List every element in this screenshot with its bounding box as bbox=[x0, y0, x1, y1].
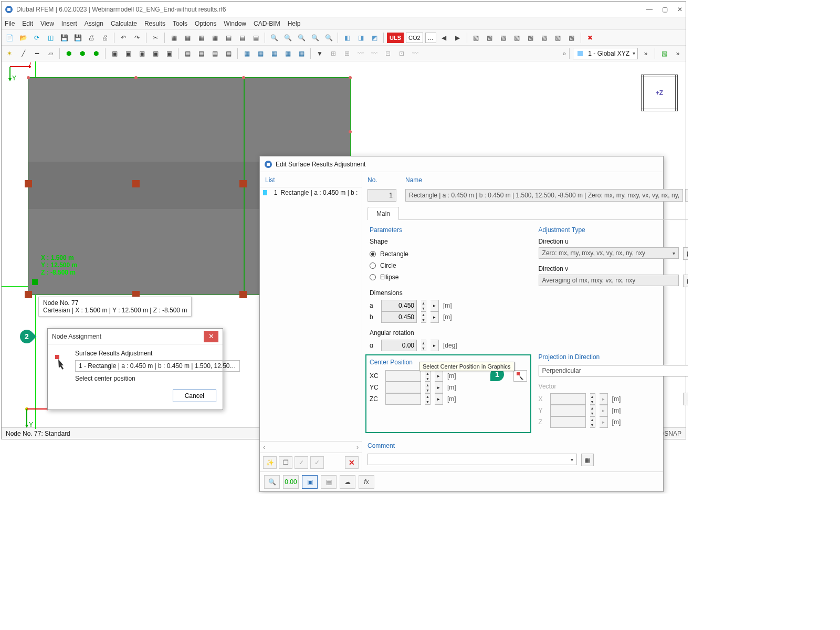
node-dot[interactable] bbox=[134, 76, 138, 79]
b-spinner[interactable]: ▲▼ bbox=[421, 311, 426, 323]
t211-icon[interactable]: ▤ bbox=[209, 48, 220, 59]
alpha-input[interactable] bbox=[381, 340, 417, 351]
t221-icon[interactable]: 〰 bbox=[369, 48, 380, 59]
close-button[interactable]: ✕ bbox=[677, 6, 682, 13]
pick-center-button[interactable] bbox=[513, 370, 527, 382]
b-input[interactable] bbox=[381, 311, 417, 323]
nav-cube[interactable]: +Z bbox=[641, 75, 678, 111]
t220-icon[interactable]: 〰 bbox=[355, 48, 366, 59]
menu-insert[interactable]: Insert bbox=[61, 20, 77, 27]
dir-v-edit[interactable]: ▦ bbox=[683, 275, 688, 287]
yc-spinner[interactable]: ▲▼ bbox=[425, 382, 430, 393]
open-icon[interactable]: 📂 bbox=[17, 32, 29, 44]
res1-icon[interactable]: ▧ bbox=[470, 32, 482, 44]
t28-icon[interactable]: ▣ bbox=[163, 48, 175, 59]
cancel-button[interactable]: Cancel bbox=[173, 390, 216, 402]
res6-icon[interactable]: ▧ bbox=[539, 32, 550, 44]
bb-view2-icon[interactable]: ▤ bbox=[321, 475, 337, 489]
t219-icon[interactable]: ⊞ bbox=[341, 48, 353, 59]
xc-spinner[interactable]: ▲▼ bbox=[425, 370, 430, 382]
node-dot[interactable] bbox=[242, 76, 245, 79]
menu-help[interactable]: Help bbox=[288, 20, 301, 27]
res3-icon[interactable]: ▧ bbox=[498, 32, 509, 44]
t212-icon[interactable]: ▤ bbox=[223, 48, 234, 59]
surf-icon[interactable]: ▱ bbox=[45, 48, 56, 59]
support-mark[interactable] bbox=[239, 291, 247, 298]
res4-icon[interactable]: ▧ bbox=[511, 32, 523, 44]
list-item[interactable]: 1 Rectangle | a : 0.450 m | b : 0.450 m bbox=[260, 187, 362, 198]
render-icon[interactable]: ▧ bbox=[658, 48, 670, 59]
orbit-icon[interactable]: 🔍 bbox=[323, 32, 334, 44]
t26-icon[interactable]: ▣ bbox=[136, 48, 148, 59]
res7-icon[interactable]: ▧ bbox=[552, 32, 564, 44]
comment-select[interactable]: ▾ bbox=[368, 454, 577, 465]
cancel-icon[interactable]: ✖ bbox=[584, 32, 596, 44]
grid1-icon[interactable]: ▦ bbox=[168, 32, 180, 44]
list-check2-button[interactable]: ✓ bbox=[310, 456, 324, 469]
a-spinner[interactable]: ▲▼ bbox=[421, 300, 426, 311]
t23-icon[interactable]: ⬢ bbox=[90, 48, 102, 59]
t223-icon[interactable]: ⊡ bbox=[396, 48, 407, 59]
res8-icon[interactable]: ▧ bbox=[566, 32, 578, 44]
t29-icon[interactable]: ▤ bbox=[182, 48, 193, 59]
dir-u-edit[interactable]: ▦ bbox=[683, 247, 688, 260]
yc-input[interactable] bbox=[385, 382, 421, 393]
t218-icon[interactable]: ⊞ bbox=[328, 48, 339, 59]
menu-file[interactable]: File bbox=[5, 20, 15, 27]
list-delete-button[interactable]: ✕ bbox=[345, 456, 359, 469]
t27-icon[interactable]: ▣ bbox=[150, 48, 161, 59]
nav-prev-icon[interactable]: ◀ bbox=[438, 32, 450, 44]
name-edit-button[interactable]: ✎ bbox=[685, 189, 688, 202]
node-icon[interactable]: ✶ bbox=[4, 48, 15, 59]
node-dot[interactable] bbox=[349, 76, 352, 79]
menu-cadbim[interactable]: CAD-BIM bbox=[254, 20, 280, 27]
t224-icon[interactable]: 〰 bbox=[410, 48, 421, 59]
save-icon[interactable]: 💾 bbox=[58, 32, 70, 44]
zoom-icon[interactable]: 🔍 bbox=[268, 32, 280, 44]
grid4-icon[interactable]: ▦ bbox=[209, 32, 220, 44]
co2-chip[interactable]: CO2 bbox=[406, 33, 423, 43]
alpha-spinner[interactable]: ▲▼ bbox=[421, 340, 426, 351]
view3-icon[interactable]: ◩ bbox=[369, 32, 380, 44]
grid3-icon[interactable]: ▦ bbox=[195, 32, 207, 44]
a-picker[interactable]: ▸ bbox=[430, 300, 439, 311]
a-input[interactable] bbox=[381, 300, 417, 311]
calc2-icon[interactable]: ▤ bbox=[236, 32, 248, 44]
calc3-icon[interactable]: ▤ bbox=[250, 32, 261, 44]
node-dot[interactable] bbox=[349, 130, 352, 133]
adjustment-select[interactable]: 1 - Rectangle | a : 0.450 m | b : 0.450 … bbox=[75, 360, 240, 372]
menu-assign[interactable]: Assign bbox=[85, 20, 103, 27]
zc-input[interactable] bbox=[385, 393, 421, 405]
t24-icon[interactable]: ▣ bbox=[109, 48, 120, 59]
alpha-picker[interactable]: ▸ bbox=[430, 340, 439, 351]
proj-select[interactable]: Perpendicular▾ bbox=[539, 365, 688, 376]
xc-input[interactable] bbox=[385, 370, 421, 382]
overflow3-icon[interactable]: » bbox=[672, 48, 684, 59]
undo-icon[interactable]: ↶ bbox=[118, 32, 129, 44]
support-mark[interactable] bbox=[132, 180, 140, 187]
uls-chip[interactable]: ULS bbox=[387, 33, 404, 43]
t21-icon[interactable]: ⬢ bbox=[63, 48, 75, 59]
support-mark[interactable] bbox=[25, 291, 32, 298]
minimize-button[interactable]: — bbox=[646, 6, 653, 13]
list-check-button[interactable]: ✓ bbox=[295, 456, 308, 469]
support-mark[interactable] bbox=[25, 180, 32, 187]
bb-cloud-icon[interactable]: ☁ bbox=[340, 475, 355, 489]
toolbar-overflow[interactable]: » bbox=[563, 50, 566, 57]
redo-icon[interactable]: ↷ bbox=[131, 32, 143, 44]
dots-chip[interactable]: … bbox=[425, 33, 436, 43]
calc-icon[interactable]: ▤ bbox=[223, 32, 234, 44]
bb-search-icon[interactable]: 🔍 bbox=[264, 475, 280, 489]
bb-view1-icon[interactable]: ▣ bbox=[302, 475, 318, 489]
dir-u-select[interactable]: Zero: mx, my, mxy, vx, vy, nx, ny, nxy▾ bbox=[539, 247, 679, 259]
maximize-button[interactable]: ▢ bbox=[662, 6, 668, 13]
list-scrollbar[interactable]: ‹› bbox=[260, 441, 362, 453]
cut-icon[interactable]: ✂ bbox=[150, 32, 161, 44]
zoomfit-icon[interactable]: 🔍 bbox=[282, 32, 293, 44]
list-copy-button[interactable]: ❐ bbox=[279, 456, 292, 469]
print-icon[interactable]: 🖨 bbox=[86, 32, 97, 44]
res2-icon[interactable]: ▧ bbox=[484, 32, 496, 44]
comment-edit[interactable]: ▦ bbox=[581, 454, 594, 466]
support-mark[interactable] bbox=[239, 180, 247, 187]
radio-circle[interactable] bbox=[370, 262, 376, 269]
